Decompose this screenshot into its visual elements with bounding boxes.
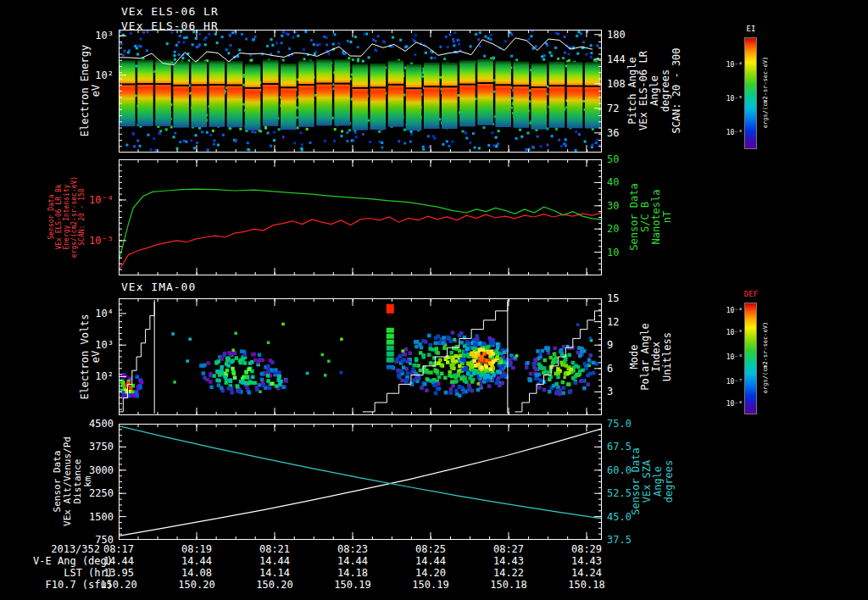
colorbar-tick: 10⁻⁴ bbox=[709, 61, 743, 69]
left-axis-tick: 10³ bbox=[70, 339, 114, 351]
right-axis-tick: 30 bbox=[607, 200, 619, 212]
table-value: 14.20 bbox=[415, 567, 446, 579]
left-axis-tick: 3750 bbox=[70, 441, 114, 453]
right-axis-tick: 20 bbox=[607, 223, 619, 235]
ima-mode-index-label: ModePolar AngleIndexUnitless bbox=[629, 323, 673, 390]
right-axis-tick: 3 bbox=[607, 386, 613, 397]
label-line: VEx ELS-06 LR Bk bbox=[55, 176, 63, 258]
left-axis-tick: 10² bbox=[70, 370, 114, 382]
left-axis-tick: 1500 bbox=[70, 511, 114, 523]
time-tick-label: 08:21 bbox=[259, 543, 290, 555]
ei-colorbar-units: ergs/(cm2-sr-sec-eV) bbox=[762, 57, 769, 128]
colorbar-tick: 10⁻⁴ bbox=[709, 307, 743, 314]
ima-spectrogram bbox=[119, 298, 602, 415]
label-line: ergs/(cm2-sr-sec-eV) bbox=[762, 57, 769, 128]
left-axis-tick: 10⁻⁵ bbox=[70, 235, 114, 247]
table-value: 14.44 bbox=[181, 555, 212, 567]
sza-right-label: Sensor DataVEx SZAAngledegrees bbox=[631, 447, 675, 514]
bfield-intensity-lineplot bbox=[119, 159, 602, 275]
table-value: 150.19 bbox=[412, 579, 448, 591]
def-colorbar-title: DEF bbox=[734, 290, 768, 298]
time-tick-label: 08:25 bbox=[415, 543, 446, 555]
time-tick-label: 08:29 bbox=[571, 543, 602, 555]
ima-yaxis-label: Electron VoltseV bbox=[80, 314, 102, 399]
ei-colorbar bbox=[744, 37, 757, 149]
colorbar-tick: 10⁻⁵ bbox=[709, 95, 743, 103]
table-value: 14.22 bbox=[493, 567, 524, 579]
table-row-label: V-E Ang (deg) bbox=[19, 555, 113, 567]
label-line: eV bbox=[91, 45, 102, 136]
left-axis-tick: 2250 bbox=[70, 487, 114, 499]
label-line: SCAN: 20 - 300 bbox=[671, 47, 682, 133]
table-row-label: LST (hr) bbox=[19, 567, 113, 579]
table-value: 14.44 bbox=[415, 555, 446, 567]
table-value: 14.44 bbox=[259, 555, 290, 567]
def-colorbar-units: ergs/(cm2-sr-sec-eV) bbox=[762, 322, 769, 393]
time-tick-label: 08:23 bbox=[337, 543, 368, 555]
table-value: 150.19 bbox=[334, 579, 370, 591]
table-row-label: F10.7 (sfu) bbox=[19, 579, 113, 591]
table-value: 14.44 bbox=[103, 555, 134, 567]
right-axis-tick: 60.0 bbox=[607, 464, 632, 476]
table-value: 14.43 bbox=[493, 555, 524, 567]
left-axis-tick: 4500 bbox=[70, 418, 114, 430]
right-axis-tick: 9 bbox=[607, 339, 613, 351]
colorbar-tick: 10⁻⁷ bbox=[709, 378, 743, 386]
right-axis-tick: 75.0 bbox=[607, 418, 632, 430]
right-axis-tick: 72 bbox=[607, 103, 619, 114]
table-value: 13.95 bbox=[103, 567, 134, 579]
right-axis-tick: 15 bbox=[607, 292, 619, 304]
right-axis-tick: 144 bbox=[607, 53, 626, 65]
right-axis-tick: 45.0 bbox=[607, 511, 632, 523]
colorbar-tick: 10⁻⁸ bbox=[709, 400, 743, 408]
table-value: 150.20 bbox=[178, 579, 214, 591]
els-pitch-angle-label: Pitch AngleVEx ELS-06 LRAngledegreesSCAN… bbox=[627, 47, 682, 133]
right-axis-tick: 40 bbox=[607, 176, 619, 188]
right-axis-tick: 180 bbox=[607, 29, 626, 41]
right-axis-tick: 6 bbox=[607, 363, 613, 375]
time-tick-label: 08:19 bbox=[181, 543, 212, 555]
label-line: eV bbox=[91, 314, 102, 399]
ei-colorbar-title: EI bbox=[734, 25, 768, 33]
left-axis-tick: 10² bbox=[70, 69, 114, 81]
time-tick-label: 08:17 bbox=[103, 543, 134, 555]
label-line: Unitless bbox=[662, 323, 673, 390]
table-value: 14.14 bbox=[259, 567, 290, 579]
ima-title: VEx IMA-00 bbox=[121, 281, 196, 293]
table-value: 14.43 bbox=[571, 555, 602, 567]
table-value: 150.20 bbox=[100, 579, 136, 591]
table-value: 150.20 bbox=[256, 579, 292, 591]
right-axis-tick: 52.5 bbox=[607, 487, 632, 499]
colorbar-tick: 10⁻⁵ bbox=[709, 329, 743, 336]
colorbar-tick: 10⁻⁶ bbox=[709, 353, 743, 361]
right-axis-tick: 10 bbox=[607, 247, 619, 258]
els-yaxis-label: Electron EnergyeV bbox=[80, 45, 102, 136]
altitude-sza-lineplot bbox=[119, 424, 602, 540]
table-value: 14.08 bbox=[181, 567, 212, 579]
label-line: Sensor Data bbox=[47, 176, 55, 258]
date-label: 2013/352 bbox=[7, 543, 100, 555]
right-axis-tick: 12 bbox=[607, 316, 619, 328]
right-axis-tick: 108 bbox=[607, 78, 626, 90]
def-colorbar bbox=[744, 303, 757, 414]
left-axis-tick: 10³ bbox=[70, 30, 114, 42]
table-value: 14.24 bbox=[571, 567, 602, 579]
right-axis-tick: 67.5 bbox=[607, 441, 632, 453]
vex-quicklook-plot-page: VEx ELS-06 LR VEx ELS-06 HR VEx IMA-00 E… bbox=[0, 0, 868, 600]
left-axis-tick: 3000 bbox=[70, 464, 114, 476]
right-axis-tick: 36 bbox=[607, 127, 619, 139]
label-line: ergs/(cm2-sr-sec-eV) bbox=[762, 322, 769, 393]
table-value: 14.44 bbox=[337, 555, 368, 567]
right-axis-tick: 50 bbox=[607, 153, 619, 165]
table-value: 150.18 bbox=[490, 579, 526, 591]
label-line: degrees bbox=[664, 447, 675, 514]
table-value: 14.18 bbox=[337, 567, 368, 579]
left-axis-tick: 10⁴ bbox=[70, 308, 114, 319]
left-axis-tick: 10⁻⁴ bbox=[70, 194, 114, 206]
els-lr-title: VEx ELS-06 LR bbox=[121, 5, 219, 18]
right-axis-tick: 37.5 bbox=[607, 534, 632, 546]
time-tick-label: 08:27 bbox=[493, 543, 524, 555]
bfield-right-label: Sensor DataS/C BNanoteslanT bbox=[629, 183, 673, 250]
table-value: 150.18 bbox=[568, 579, 604, 591]
label-line: nT bbox=[662, 183, 673, 250]
